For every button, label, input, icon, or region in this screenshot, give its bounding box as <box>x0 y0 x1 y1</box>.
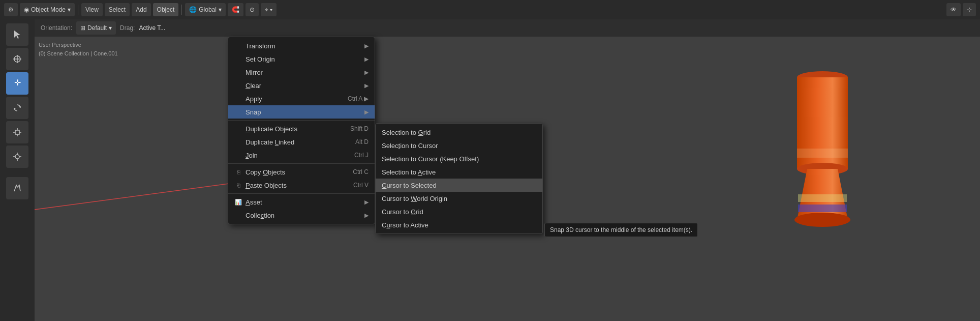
separator-2 <box>181 5 182 15</box>
menu-item-paste[interactable]: ⎗ Paste Objects Ctrl V <box>228 179 375 192</box>
snap-selection-to-cursor-offset[interactable]: Selection to Cursor (Keep Offset) <box>376 152 542 165</box>
paste-icon: ⎗ <box>234 182 242 188</box>
scale-tool-btn[interactable] <box>6 121 28 143</box>
snap-selection-to-active[interactable]: Selection to Active <box>376 165 542 179</box>
magnet-btn[interactable]: 🧲 <box>228 3 243 16</box>
separator-after-join <box>228 163 375 164</box>
transform-tool-btn[interactable] <box>6 145 28 168</box>
menu-item-apply[interactable]: Apply Ctrl A ▶ <box>228 92 375 105</box>
proportional-btn[interactable]: ⊙ <box>246 3 259 16</box>
mode-icon: ◉ <box>24 6 29 13</box>
menu-item-clear[interactable]: Clear ▶ <box>228 79 375 92</box>
separator-after-paste <box>228 193 375 194</box>
snap-cursor-to-world-origin[interactable]: Cursor to World Origin <box>376 192 542 205</box>
mirror-label: Mirror <box>246 69 263 76</box>
menu-item-set-origin[interactable]: Set Origin ▶ <box>228 52 375 66</box>
view-menu-btn[interactable]: View <box>81 3 103 16</box>
menu-item-join[interactable]: Join Ctrl J <box>228 149 375 162</box>
menu-item-mirror[interactable]: Mirror ▶ <box>228 66 375 79</box>
global-icon: 🌐 <box>189 6 197 13</box>
sel-to-cursor-offset-label: Selection to Cursor (Keep Offset) <box>382 155 479 163</box>
mode-chevron: ▾ <box>68 6 71 13</box>
sel-to-cursor-label: Selection to Cursor <box>382 142 438 150</box>
orient-chevron: ▾ <box>109 24 112 32</box>
copy-shortcut: Ctrl C <box>353 168 369 176</box>
blender-menu-btn[interactable]: ⚙ <box>4 3 18 16</box>
sel-to-grid-label: Selection to Grid <box>382 129 431 136</box>
asset-label: Asset <box>246 198 262 206</box>
menu-item-transform[interactable]: Transform ▶ <box>228 39 375 52</box>
svg-point-11 <box>15 155 19 159</box>
snap-cursor-to-active[interactable]: Cursor to Active <box>376 218 542 231</box>
cursor-tool-btn[interactable] <box>6 48 28 70</box>
sel-to-active-label: Selection to Active <box>382 168 436 176</box>
collection-arrow: ▶ <box>364 212 369 219</box>
svg-rect-6 <box>15 130 19 134</box>
orientation-label: Orientation: <box>41 24 72 32</box>
snap-cursor-to-grid[interactable]: Cursor to Grid <box>376 205 542 218</box>
snap-selection-to-cursor[interactable]: Selection to Cursor <box>376 139 542 152</box>
duplicate-shortcut: Shift D <box>350 125 369 132</box>
cursor-to-active-label: Cursor to Active <box>382 221 428 229</box>
drag-label: Drag: <box>120 24 135 32</box>
snap-submenu: Selection to Grid Selection to Cursor Se… <box>375 123 543 234</box>
svg-text:✛: ✛ <box>14 78 21 87</box>
copy-icon: ⎘ <box>234 169 242 175</box>
snap-selection-to-grid[interactable]: Selection to Grid <box>376 126 542 139</box>
annotate-tool-btn[interactable] <box>6 177 28 199</box>
separator-after-snap <box>228 120 375 121</box>
overlay-btn[interactable]: ⊹ <box>963 3 976 16</box>
separator-1 <box>78 5 78 15</box>
tooltip: Snap 3D cursor to the middle of the sele… <box>544 223 698 237</box>
join-shortcut: Ctrl J <box>354 152 369 159</box>
left-sidebar: ✛ <box>0 19 35 321</box>
menu-item-collection[interactable]: Collection ▶ <box>228 209 375 222</box>
transform-label: Transform <box>246 42 275 50</box>
paste-shortcut: Ctrl V <box>353 182 369 189</box>
menu-item-duplicate-linked[interactable]: Duplicate Linked Alt D <box>228 135 375 149</box>
mirror-arrow: ▶ <box>364 69 369 76</box>
set-origin-arrow: ▶ <box>364 56 369 63</box>
menu-overlay: Transform ▶ Set Origin ▶ Mirror ▶ Clear <box>35 37 980 321</box>
top-toolbar: ⚙ ◉ Object Mode ▾ View Select Add Object… <box>0 0 980 19</box>
apply-label: Apply <box>246 95 262 103</box>
set-origin-label: Set Origin <box>246 55 275 63</box>
paste-label: Paste Objects <box>246 182 287 189</box>
cursor-to-world-label: Cursor to World Origin <box>382 195 447 202</box>
menu-item-copy[interactable]: ⎘ Copy Objects Ctrl C <box>228 165 375 179</box>
clear-label: Clear <box>246 82 261 90</box>
drag-value: Active T... <box>139 24 165 32</box>
cursor-to-sel-label: Cursor to Selected <box>382 182 437 189</box>
asset-arrow: ▶ <box>364 199 369 206</box>
mode-dropdown[interactable]: ◉ Object Mode ▾ <box>20 3 75 16</box>
global-chevron: ▾ <box>219 6 222 13</box>
mode-label: Object Mode <box>31 6 66 13</box>
select-tool-btn[interactable] <box>6 23 28 46</box>
cursor-to-grid-label: Cursor to Grid <box>382 208 423 216</box>
copy-label: Copy Objects <box>246 168 285 176</box>
move-tool-btn[interactable]: ✛ <box>6 72 28 95</box>
snap-arrow: ▶ <box>364 109 369 115</box>
clear-arrow: ▶ <box>364 82 369 89</box>
menu-item-asset[interactable]: 📊 Asset ▶ <box>228 195 375 209</box>
eye-btn[interactable]: 👁 <box>946 3 961 16</box>
orientation-dropdown[interactable]: ⊞ Default ▾ <box>76 21 116 35</box>
orient-value: Default <box>87 24 107 32</box>
add-menu-btn[interactable]: Add <box>132 3 150 16</box>
snap-btn[interactable]: ⌖ ▾ <box>261 3 277 16</box>
menu-item-snap[interactable]: Snap ▶ <box>228 105 375 119</box>
global-dropdown[interactable]: 🌐 Global ▾ <box>185 3 226 16</box>
tooltip-text: Snap 3D cursor to the middle of the sele… <box>550 226 692 234</box>
rotate-tool-btn[interactable] <box>6 97 28 119</box>
orientation-bar: Orientation: ⊞ Default ▾ Drag: Active T.… <box>35 19 980 37</box>
object-menu-btn[interactable]: Object <box>153 3 179 16</box>
orient-icon: ⊞ <box>80 24 85 32</box>
menu-item-duplicate[interactable]: Duplicate Objects Shift D <box>228 122 375 135</box>
snap-cursor-to-selected[interactable]: Cursor to Selected <box>376 179 542 192</box>
apply-shortcut: Ctrl A ▶ <box>348 95 369 102</box>
transform-arrow: ▶ <box>364 43 369 49</box>
snap-label: Snap <box>246 108 261 116</box>
join-label: Join <box>246 152 258 159</box>
object-menu: Transform ▶ Set Origin ▶ Mirror ▶ Clear <box>228 37 375 224</box>
select-menu-btn[interactable]: Select <box>105 3 130 16</box>
